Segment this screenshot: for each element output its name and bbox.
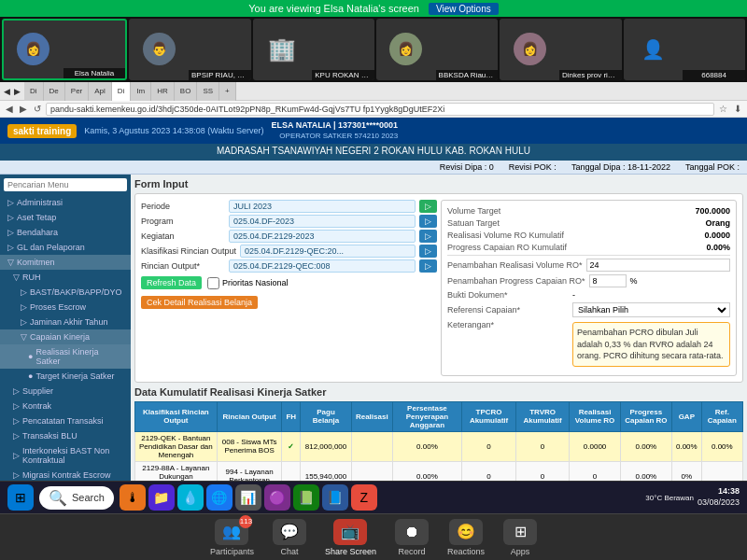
keterangan-note[interactable]: Penambahan PCRO dibulan Juli adalah 0,33… [572,322,730,367]
browser-tab-5[interactable]: Di [112,82,132,101]
browser-tab-1[interactable]: Di [24,82,44,101]
value-periode[interactable]: JULI 2023 [229,200,416,213]
form-left-col: Periode JULI 2023 ▷ Program 025.04.DF-20… [141,200,437,376]
video-thumb-elsa[interactable]: 👩 Elsa Natalia [2,19,127,80]
taskbar-app-teams[interactable]: 🟣 [264,484,290,511]
sidebar-search-input[interactable] [4,178,127,191]
sidebar-item-escrow[interactable]: ▷Proses Escrow [0,300,131,315]
label-kegiatan: Kegiatan [141,231,225,241]
right-row-satuan: Satuan Target Orang [447,218,730,228]
btn-kegiatan[interactable]: ▷ [419,230,437,243]
sidebar-item-transaksi-blu[interactable]: ▷Transaksi BLU [0,428,131,443]
sidebar-item-supplier[interactable]: ▷Supplier [0,384,131,399]
td-persen-1: 0.00% [392,461,462,481]
right-row-vol-target: Volume Target 700.0000 [447,206,730,216]
prioritas-checkbox[interactable] [207,277,219,289]
sidebar-item-pencatatan[interactable]: ▷Pencatatan Transaksi [0,413,131,428]
taskbar-app-3[interactable]: 💧 [177,484,204,511]
refresh-button[interactable]: ↺ [32,104,43,114]
download-icon[interactable]: ⬇ [732,104,743,114]
browser-tab-3[interactable]: Per [65,82,89,101]
video-label-3: BBKSDA Riau Sally Ed... [436,70,499,80]
cek-realisasi-button[interactable]: Cek Detail Realisasi Belanja [141,296,258,309]
td-tpcro-1: 0 [462,461,516,481]
address-input[interactable] [46,103,714,116]
taskbar-app-2[interactable]: 📁 [148,484,175,511]
chat-label: Chat [280,547,298,556]
windows-search[interactable]: 🔍 Search [39,486,114,510]
td-fh-1 [282,461,301,481]
taskbar-app-4[interactable]: 🌐 [206,484,233,511]
prioritas-label: Prioritas Nasional [207,276,289,289]
forward-button[interactable]: ▶ [18,104,29,114]
sidebar-item-kontrak[interactable]: ▷Kontrak [0,399,131,413]
view-options-button[interactable]: View Options [429,3,499,15]
app-logo: sakti training [7,124,77,138]
share-label: Share Screen [325,547,376,556]
back-button[interactable]: ◀ [4,104,15,114]
referensi-dropdown[interactable]: Silahkan Pilih [572,302,730,317]
video-thumb-3[interactable]: 👩 BBKSDA Riau Sally Ed... [376,19,498,80]
sidebar-item-capaian[interactable]: ▽Capaian Kinerja [0,329,131,344]
browser-tab-4[interactable]: Apl [89,82,112,101]
video-thumb-1[interactable]: 👨 BPSIP RIAU, YOGO [129,19,250,80]
user-role: OPERATOR SATKER 574210 2023 [272,132,399,141]
meeting-btn-record[interactable]: ⏺ Record [395,519,429,556]
browser-tabs: Di De Per Apl Di Im HR BO SS + [24,82,743,101]
meeting-btn-chat[interactable]: 💬 Chat [273,519,306,556]
value-klasifikasi[interactable]: 025.04.DF.2129-QEC:20... [240,245,416,258]
btn-klasifikasi[interactable]: ▷ [419,245,437,258]
taskbar-app-excel[interactable]: 📗 [293,484,319,511]
taskbar-app-z[interactable]: Z [351,484,377,511]
sidebar-item-ruh[interactable]: ▽RUH [0,270,131,285]
value-program[interactable]: 025.04.DF-2023 [229,215,416,228]
taskbar-app-word[interactable]: 📘 [322,484,348,511]
val-realisasi-vol: 0.0000 [572,231,730,240]
btn-periode[interactable]: ▷ [419,200,437,213]
video-thumb-2[interactable]: 🏢 KPU ROKAN HULU [253,19,374,80]
btn-rincian[interactable]: ▷ [419,259,437,273]
sidebar-item-interkoneksi[interactable]: ▷Interkoneksi BAST Non Kontraktual [0,443,131,468]
sidebar-item-administrasi[interactable]: ▷Administrasi [0,195,131,210]
sidebar-item-jaminan[interactable]: ▷Jaminan Akhir Tahun [0,315,131,329]
btn-program[interactable]: ▷ [419,215,437,228]
browser-forward-icon[interactable]: ▶ [14,87,21,96]
browser-tab-6[interactable]: Im [131,82,151,101]
sidebar-item-realisasi[interactable]: ●Realisasi Kinerja Satker [0,344,131,369]
browser-tab-8[interactable]: BO [175,82,198,101]
taskbar-app-5[interactable]: 📊 [235,484,261,511]
sidebar-item-gl[interactable]: ▷GL dan Pelaporan [0,240,131,255]
institution-header: MADRASAH TSANAWIYAH NEGERI 2 ROKAN HULU … [0,144,747,161]
meeting-btn-share[interactable]: 📺 Share Screen [325,519,376,556]
lbl-penambahan-progress: Penambahan Progress Capaian RO* [447,276,585,286]
browser-tab-new[interactable]: + [219,82,236,101]
refresh-data-button[interactable]: Refresh Data [141,276,202,289]
sidebar-item-komitmen[interactable]: ▽Komitmen [0,255,131,270]
meeting-btn-reactions[interactable]: 😊 Reactions [447,519,485,556]
video-thumb-5[interactable]: 👤 668884 [624,19,745,80]
video-thumb-4[interactable]: 👩 Dinkes prov riau,winda [500,19,621,80]
input-penambahan-realisasi[interactable] [586,259,730,272]
val-progress: 0.00% [572,243,730,252]
browser-tab-2[interactable]: De [44,82,65,101]
value-kegiatan[interactable]: 025.04.DF.2129-2023 [229,230,416,243]
td-gap-0: 0.00% [671,431,701,461]
input-penambahan-progress[interactable] [589,274,627,287]
form-row-kegiatan: Kegiatan 025.04.DF.2129-2023 ▷ [141,230,437,243]
browser-tab-9[interactable]: SS [197,82,219,101]
browser-tab-bar: ◀ ▶ Di De Per Apl Di Im HR BO SS + [0,82,747,101]
sidebar-item-target[interactable]: ●Target Kinerja Satker [0,369,131,384]
value-rincian[interactable]: 025.04.DF.2129-QEC:008 [229,259,416,273]
bookmark-icon[interactable]: ☆ [717,104,729,114]
sidebar-item-migrasi[interactable]: ▷Migrasi Kontrak Escrow [0,468,131,481]
start-button[interactable]: ⊞ [7,484,34,511]
sidebar-item-bast[interactable]: ▷BAST/BAKP/BAPP/DYO [0,285,131,300]
weather-info: 30°C Berawan [645,494,694,502]
taskbar-app-1[interactable]: 🌡 [120,484,146,511]
sidebar-item-aset[interactable]: ▷Aset Tetap [0,210,131,225]
meeting-btn-apps[interactable]: ⊞ Apps [503,519,537,556]
browser-tab-7[interactable]: HR [151,82,175,101]
sidebar-item-bendahara[interactable]: ▷Bendahara [0,225,131,240]
browser-back-icon[interactable]: ◀ [4,87,10,96]
meeting-btn-participants[interactable]: 👥 113 Participants [210,519,254,556]
